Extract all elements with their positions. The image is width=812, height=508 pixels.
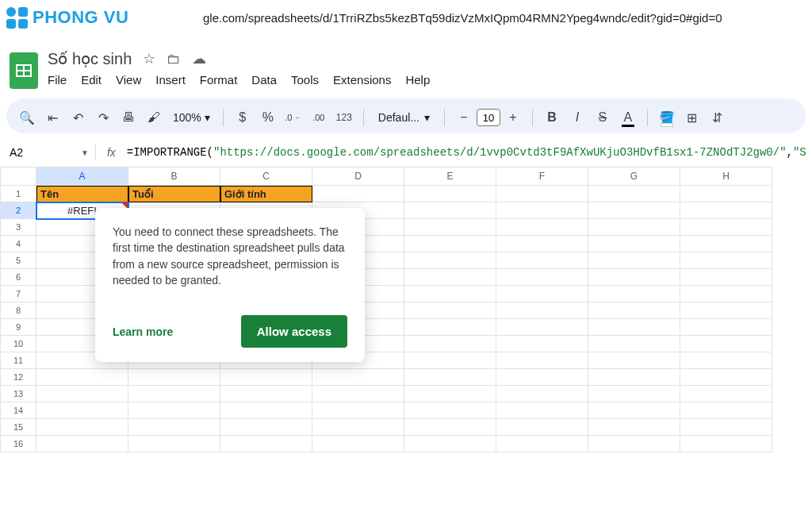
search-menus-icon[interactable]: 🔍 [16,106,38,129]
cell[interactable] [128,419,220,436]
row-header[interactable]: 6 [0,269,36,286]
fill-color-button[interactable]: 🪣 [656,106,678,129]
address-bar[interactable]: gle.com/spreadsheets/d/1TrriRZbs5kezBTq5… [197,6,806,29]
row-header[interactable]: 11 [0,352,36,369]
decrease-font-button[interactable]: − [453,106,475,129]
cell[interactable] [36,436,128,452]
cell[interactable] [404,219,496,236]
cell[interactable] [404,286,496,302]
cell[interactable] [220,402,312,419]
cell[interactable] [496,336,588,352]
cell[interactable] [496,352,588,369]
column-header[interactable]: D [312,167,404,186]
cell[interactable] [404,269,496,286]
italic-button[interactable]: I [566,106,588,129]
menu-file[interactable]: File [48,73,67,87]
cell[interactable] [404,369,496,386]
cell[interactable] [128,386,220,402]
row-header[interactable]: 16 [0,436,36,452]
merge-cells-button[interactable]: ⇵ [707,106,729,129]
cell[interactable] [588,386,680,402]
column-header[interactable]: H [680,167,772,186]
star-icon[interactable]: ☆ [143,51,155,67]
row-header[interactable]: 8 [0,302,36,319]
cell[interactable] [312,369,404,386]
menu-tools[interactable]: Tools [291,73,319,87]
strikethrough-button[interactable]: S [592,106,614,129]
cell[interactable] [588,286,680,302]
name-box[interactable] [6,143,75,162]
cell[interactable] [496,369,588,386]
cell[interactable] [496,269,588,286]
cell[interactable] [36,419,128,436]
cell[interactable] [404,336,496,352]
row-header[interactable]: 4 [0,236,36,252]
cell[interactable] [680,202,772,219]
cell[interactable] [404,236,496,252]
cell[interactable] [680,252,772,269]
allow-access-button[interactable]: Allow access [241,315,347,348]
cell[interactable] [404,386,496,402]
row-header[interactable]: 3 [0,219,36,236]
cell[interactable] [404,202,496,219]
menu-extensions[interactable]: Extensions [333,73,391,87]
cell[interactable] [128,369,220,386]
cell[interactable] [496,236,588,252]
cell[interactable] [496,202,588,219]
cell[interactable] [128,402,220,419]
more-formats-button[interactable]: 123 [333,106,355,129]
cell[interactable] [36,369,128,386]
cell[interactable] [588,236,680,252]
column-header[interactable]: C [220,167,312,186]
cell[interactable] [680,352,772,369]
cell[interactable] [680,236,772,252]
menu-format[interactable]: Format [200,73,238,87]
column-header[interactable]: A [36,167,128,186]
cell[interactable] [680,302,772,319]
cell[interactable] [588,336,680,352]
cell[interactable] [220,369,312,386]
menu-view[interactable]: View [116,73,141,87]
font-dropdown[interactable]: Defaul...▾ [372,111,436,124]
cell[interactable] [496,402,588,419]
text-color-button[interactable]: A [617,106,639,129]
cell[interactable] [588,219,680,236]
cell[interactable]: Tên [36,186,128,202]
cell[interactable] [588,402,680,419]
column-header[interactable]: E [404,167,496,186]
formula-input[interactable]: =IMPORTRANGE("https://docs.google.com/sp… [127,146,806,159]
name-box-dropdown-icon[interactable]: ▼ [81,148,89,157]
learn-more-link[interactable]: Learn more [113,325,173,338]
cell[interactable] [496,286,588,302]
cell[interactable] [312,386,404,402]
cell[interactable] [312,402,404,419]
cell[interactable] [588,202,680,219]
cell[interactable] [220,419,312,436]
row-header[interactable]: 5 [0,252,36,269]
cell[interactable] [588,319,680,336]
row-header[interactable]: 14 [0,402,36,419]
decrease-decimal-button[interactable]: .0 ← [282,106,304,129]
cell[interactable] [680,402,772,419]
paint-format-icon[interactable]: 🖌 [143,106,165,129]
cell[interactable] [588,269,680,286]
row-header[interactable]: 13 [0,386,36,402]
cell[interactable] [404,186,496,202]
cell[interactable] [312,186,404,202]
cell[interactable] [680,419,772,436]
cell[interactable] [680,219,772,236]
row-header[interactable]: 2 [0,202,36,219]
cell[interactable] [588,252,680,269]
cell[interactable] [588,369,680,386]
row-header[interactable]: 7 [0,286,36,302]
select-all-corner[interactable] [0,167,36,186]
cell[interactable] [588,419,680,436]
cell[interactable]: Tuổi [128,186,220,202]
borders-button[interactable]: ⊞ [681,106,703,129]
cell[interactable] [404,352,496,369]
increase-font-button[interactable]: + [502,106,524,129]
cloud-status-icon[interactable]: ☁ [192,51,206,67]
cell[interactable] [496,302,588,319]
row-header[interactable]: 15 [0,419,36,436]
font-size-stepper[interactable]: − + [453,106,524,129]
